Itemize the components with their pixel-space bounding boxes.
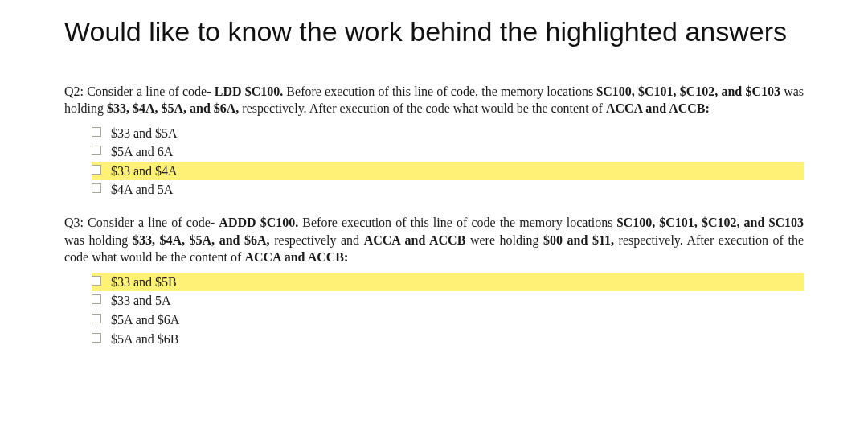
q3-option-2: $5A and $6A: [92, 310, 804, 330]
option-label: $33 and $5B: [111, 275, 177, 289]
q3-part-8: were holding: [465, 233, 543, 247]
q3-part-5: $33, $4A, $5A, and $6A,: [133, 233, 270, 247]
option-label: $5A and 6A: [111, 145, 173, 158]
checkbox-icon: [92, 146, 101, 155]
question-2-options: $33 and $5A $5A and 6A $33 and $4A $4A a…: [92, 124, 804, 199]
q3-option-1: $33 and 5A: [92, 291, 804, 310]
question-3: Q3: Consider a line of code- ADDD $C100.…: [64, 214, 804, 348]
q2-part-3: $C100, $C101, $C102, and $C103: [596, 84, 780, 98]
q3-part-1: ADDD $C100.: [219, 216, 298, 229]
q2-part-5: $33, $4A, $5A, and $6A,: [107, 101, 239, 115]
q3-part-9: $00 and $11,: [543, 233, 614, 247]
checkbox-icon: [92, 333, 101, 343]
option-label: $5A and $6B: [111, 332, 178, 346]
question-3-text: Q3: Consider a line of code- ADDD $C100.…: [64, 214, 804, 266]
q2-option-3: $4A and 5A: [92, 180, 804, 199]
q3-label: Q3:: [64, 216, 84, 229]
q2-option-2: $33 and $4A: [92, 162, 804, 181]
page-root: Would like to know the work behind the h…: [0, 0, 868, 387]
checkbox-icon: [92, 276, 101, 286]
q2-label: Q2:: [64, 84, 84, 98]
page-title: Would like to know the work behind the h…: [64, 14, 804, 49]
q3-part-4: was holding: [64, 233, 133, 247]
option-label: $33 and $5A: [111, 126, 178, 140]
q3-part-2: Before execution of this line of code th…: [298, 216, 616, 229]
q3-part-6: respectively and: [270, 233, 364, 247]
option-label: $5A and $6A: [111, 313, 179, 327]
q2-part-2: Before execution of this line of code, t…: [283, 84, 596, 98]
q3-part-7: ACCA and ACCB: [364, 233, 466, 247]
q2-part-6: respectively. After execution of the cod…: [239, 101, 606, 115]
q2-part-1: LDD $C100.: [215, 84, 284, 98]
option-label: $33 and 5A: [111, 294, 171, 307]
checkbox-icon: [92, 314, 101, 323]
q3-option-3: $5A and $6B: [92, 330, 804, 349]
option-label: $4A and 5A: [111, 183, 173, 196]
q3-part-11: ACCA and ACCB:: [244, 250, 348, 264]
checkbox-icon: [92, 127, 101, 137]
q2-part-0: Consider a line of code-: [87, 84, 215, 98]
checkbox-icon: [92, 183, 101, 193]
q3-option-0: $33 and $5B: [92, 273, 804, 292]
checkbox-icon: [92, 165, 101, 175]
question-2: Q2: Consider a line of code- LDD $C100. …: [64, 83, 804, 200]
q2-option-1: $5A and 6A: [92, 142, 804, 162]
q3-part-3: $C100, $C101, $C102, and $C103: [617, 216, 804, 229]
option-label: $33 and $4A: [111, 164, 178, 178]
q3-part-0: Consider a line of code-: [88, 216, 219, 229]
question-3-options: $33 and $5B $33 and 5A $5A and $6A $5A a…: [92, 273, 804, 348]
q2-option-0: $33 and $5A: [92, 124, 804, 143]
checkbox-icon: [92, 294, 101, 304]
question-2-text: Q2: Consider a line of code- LDD $C100. …: [64, 83, 804, 117]
q2-part-7: ACCA and ACCB:: [606, 101, 710, 115]
